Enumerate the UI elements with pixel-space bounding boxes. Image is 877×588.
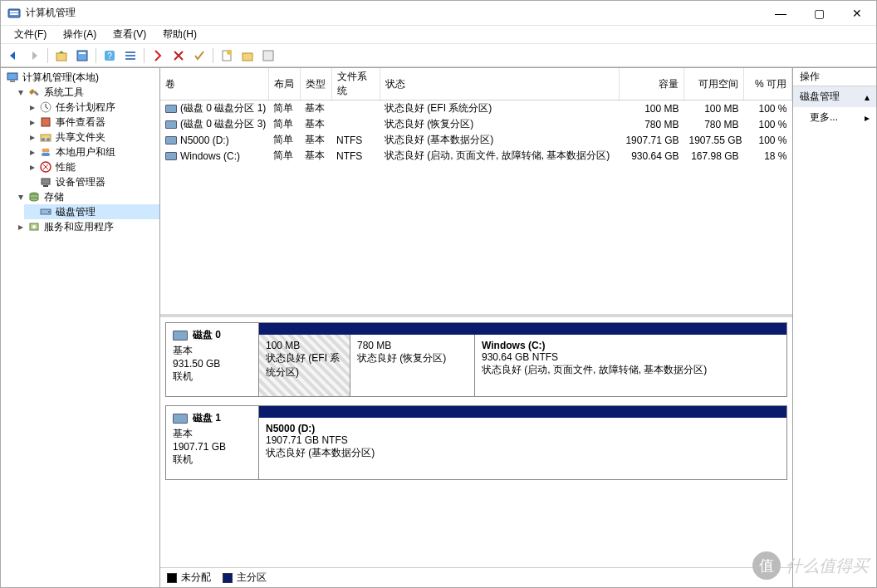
- col-filesystem[interactable]: 文件系统: [331, 68, 380, 100]
- tree-device-manager[interactable]: 设备管理器: [24, 174, 159, 189]
- volume-row[interactable]: (磁盘 0 磁盘分区 1)简单基本状态良好 (EFI 系统分区)100 MB10…: [160, 100, 792, 117]
- svg-point-22: [47, 138, 50, 141]
- disk-row[interactable]: 磁盘 0基本931.50 GB联机100 MB状态良好 (EFI 系统分区)78…: [165, 322, 787, 397]
- tree-disk-management[interactable]: 磁盘管理: [24, 204, 159, 219]
- partition-size: 1907.71 GB NTFS: [266, 434, 780, 446]
- toolbar-separator: [144, 48, 145, 63]
- menu-help[interactable]: 帮助(H): [154, 26, 205, 43]
- toolbar-separator: [96, 48, 96, 63]
- toolbar-separator: [213, 48, 213, 63]
- partition-status: 状态良好 (基本数据分区): [266, 446, 780, 460]
- settings-icon[interactable]: [238, 47, 257, 65]
- svg-rect-5: [79, 52, 86, 54]
- legend-primary: 主分区: [223, 571, 267, 585]
- expand-icon[interactable]: ▸: [27, 102, 37, 112]
- tree-event-viewer[interactable]: ▸ 事件查看器: [24, 115, 159, 130]
- forward-button[interactable]: [25, 47, 43, 65]
- svg-point-21: [42, 138, 45, 141]
- clock-icon: [39, 100, 52, 114]
- svg-point-24: [46, 149, 50, 153]
- list-view-icon[interactable]: [121, 47, 140, 65]
- performance-icon: [39, 160, 52, 174]
- volume-row[interactable]: (磁盘 0 磁盘分区 3)简单基本状态良好 (恢复分区)780 MB780 MB…: [160, 116, 792, 132]
- help-icon[interactable]: ?: [100, 47, 119, 65]
- col-type[interactable]: 类型: [300, 68, 331, 100]
- partition-status: 状态良好 (启动, 页面文件, 故障转储, 基本数据分区): [482, 363, 780, 377]
- main-area: 计算机管理(本地) ▾ 系统工具 ▸ 任务计划程序 ▸: [1, 67, 876, 587]
- menu-view[interactable]: 查看(V): [105, 26, 154, 43]
- swatch-primary: [223, 573, 233, 583]
- menu-action[interactable]: 操作(A): [55, 26, 105, 43]
- tree-local-users[interactable]: ▸ 本地用户和组: [24, 145, 159, 159]
- col-pct-free[interactable]: % 可用: [744, 68, 792, 100]
- svg-point-35: [32, 225, 36, 228]
- menu-file[interactable]: 文件(F): [6, 26, 55, 43]
- disk-status: 联机: [173, 370, 252, 384]
- tree-services-apps[interactable]: ▸ 服务和应用程序: [12, 219, 159, 234]
- svg-rect-28: [43, 185, 48, 187]
- up-button[interactable]: [52, 47, 71, 65]
- volume-row[interactable]: N5000 (D:)简单基本NTFS状态良好 (基本数据分区)1907.71 G…: [160, 132, 792, 148]
- expand-icon[interactable]: ▸: [27, 147, 37, 157]
- svg-point-31: [30, 198, 38, 201]
- delete-icon[interactable]: [169, 47, 188, 65]
- new-icon[interactable]: [218, 47, 236, 65]
- partition-size: 780 MB: [357, 340, 468, 351]
- collapse-icon[interactable]: ▾: [16, 87, 26, 97]
- action-group-disk-management[interactable]: 磁盘管理 ▴: [793, 86, 876, 107]
- export-icon[interactable]: [259, 47, 277, 65]
- volume-row[interactable]: Windows (C:)简单基本NTFS状态良好 (启动, 页面文件, 故障转储…: [160, 148, 792, 164]
- disk-map[interactable]: 磁盘 0基本931.50 GB联机100 MB状态良好 (EFI 系统分区)78…: [160, 317, 792, 567]
- back-button[interactable]: [4, 47, 22, 65]
- tree-shared-folders[interactable]: ▸ 共享文件夹: [24, 130, 159, 145]
- event-icon: [39, 115, 52, 129]
- tree-performance[interactable]: ▸ 性能: [24, 159, 159, 174]
- services-icon: [27, 220, 41, 233]
- swatch-unallocated: [167, 573, 177, 583]
- disk-icon: [173, 414, 188, 424]
- partition[interactable]: 780 MB状态良好 (恢复分区): [350, 335, 475, 396]
- tree-storage[interactable]: ▾ 存储: [12, 189, 159, 204]
- disk-row[interactable]: 磁盘 1基本1907.71 GB联机N5000 (D:)1907.71 GB N…: [165, 405, 787, 480]
- device-icon: [39, 175, 52, 189]
- partition[interactable]: N5000 (D:)1907.71 GB NTFS状态良好 (基本数据分区): [259, 418, 786, 479]
- tree-pane[interactable]: 计算机管理(本地) ▾ 系统工具 ▸ 任务计划程序 ▸: [1, 68, 160, 587]
- legend-unallocated: 未分配: [167, 571, 211, 585]
- disk-type: 基本: [173, 427, 252, 441]
- col-layout[interactable]: 布局: [268, 68, 300, 100]
- tree-system-tools[interactable]: ▾ 系统工具: [12, 85, 159, 100]
- action-more[interactable]: 更多... ▸: [793, 107, 876, 128]
- partition-title: N5000 (D:): [266, 423, 780, 434]
- properties-icon[interactable]: [73, 47, 91, 65]
- expand-icon[interactable]: ▸: [27, 117, 37, 127]
- actions-pane: 操作 磁盘管理 ▴ 更多... ▸: [793, 68, 876, 587]
- expand-icon[interactable]: ▸: [16, 222, 26, 232]
- svg-rect-25: [42, 153, 50, 156]
- minimize-button[interactable]: —: [762, 1, 800, 26]
- check-icon[interactable]: [190, 47, 208, 65]
- volume-list[interactable]: 卷 布局 类型 文件系统 状态 容量 可用空间 % 可用 (磁盘 0 磁盘分区 …: [160, 68, 792, 317]
- partition[interactable]: Windows (C:)930.64 GB NTFS状态良好 (启动, 页面文件…: [475, 335, 786, 396]
- svg-rect-8: [125, 51, 135, 53]
- drive-icon: [165, 120, 177, 129]
- collapse-icon[interactable]: ▾: [16, 192, 26, 202]
- maximize-button[interactable]: ▢: [800, 1, 838, 26]
- tree-task-scheduler[interactable]: ▸ 任务计划程序: [24, 100, 159, 115]
- svg-point-33: [48, 211, 50, 213]
- refresh-icon[interactable]: [149, 47, 167, 65]
- col-capacity[interactable]: 容量: [620, 68, 684, 100]
- tools-icon: [27, 86, 41, 99]
- svg-rect-15: [7, 73, 17, 80]
- expand-icon[interactable]: ▸: [27, 162, 37, 172]
- col-status[interactable]: 状态: [380, 68, 620, 100]
- tree-root[interactable]: 计算机管理(本地): [1, 70, 159, 85]
- col-volume[interactable]: 卷: [160, 68, 268, 100]
- partition[interactable]: 100 MB状态良好 (EFI 系统分区): [259, 335, 350, 396]
- close-button[interactable]: ✕: [838, 1, 876, 26]
- col-free[interactable]: 可用空间: [684, 68, 744, 100]
- expand-icon[interactable]: ▸: [27, 132, 37, 142]
- storage-icon: [27, 190, 41, 203]
- chevron-up-icon: ▴: [865, 91, 870, 103]
- users-icon: [39, 145, 52, 159]
- disk-type: 基本: [173, 344, 252, 358]
